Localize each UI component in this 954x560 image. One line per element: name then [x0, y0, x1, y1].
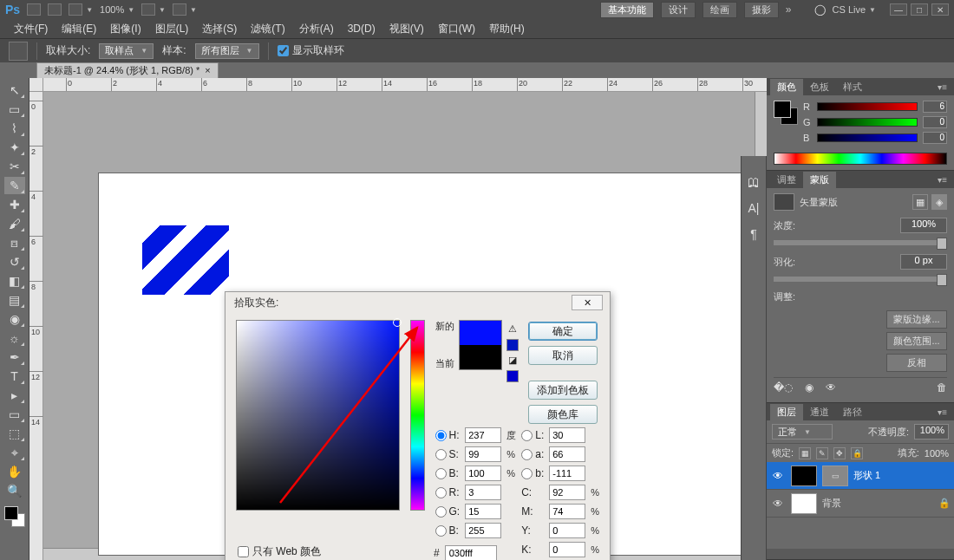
eraser-tool[interactable]: ◧ — [4, 272, 25, 290]
zoom-menu[interactable]: 100% — [100, 4, 134, 15]
quickselect-tool[interactable]: ✦ — [4, 139, 25, 156]
menu-select[interactable]: 选择(S) — [197, 20, 242, 38]
gradient-tool[interactable]: ▤ — [4, 291, 25, 309]
extras-menu[interactable] — [173, 3, 197, 16]
zoom-tool[interactable]: 🔍 — [4, 482, 25, 499]
delete-mask-icon[interactable]: 🗑 — [937, 381, 947, 394]
eyedropper-tool[interactable]: ✎ — [4, 177, 25, 194]
menu-help[interactable]: 帮助(H) — [484, 20, 530, 38]
h-radio[interactable]: H: — [435, 429, 461, 441]
minibridge-icon[interactable] — [48, 3, 62, 16]
panel-menu-icon[interactable]: ▾≡ — [934, 407, 951, 417]
dialog-titlebar[interactable]: 拾取实色: ✕ — [225, 292, 610, 313]
menu-file[interactable]: 文件(F) — [9, 20, 53, 38]
r-radio[interactable]: R: — [435, 486, 461, 498]
layer-thumbnail[interactable] — [791, 493, 817, 514]
cslive-icon[interactable]: ◯ — [814, 3, 826, 16]
density-value[interactable]: 100% — [900, 218, 947, 233]
history-brush-tool[interactable]: ↺ — [4, 253, 25, 270]
blab-radio[interactable]: b: — [521, 467, 544, 479]
bv-input[interactable] — [465, 466, 501, 481]
c-input[interactable] — [549, 485, 585, 500]
sample-size-select[interactable]: 取样点 — [99, 43, 154, 59]
healing-tool[interactable]: ✚ — [4, 196, 25, 213]
bc-radio[interactable]: B: — [435, 524, 461, 537]
feather-value[interactable]: 0 px — [900, 254, 947, 270]
workspace-painting[interactable]: 绘画 — [702, 2, 737, 18]
menu-analysis[interactable]: 分析(A) — [294, 20, 339, 38]
move-tool[interactable]: ↖ — [4, 81, 25, 99]
gamut-swatch[interactable] — [506, 339, 519, 351]
ruler-origin[interactable] — [29, 78, 43, 92]
menu-window[interactable]: 窗口(W) — [433, 20, 480, 38]
s-radio[interactable]: S: — [435, 448, 461, 460]
color-library-button[interactable]: 颜色库 — [528, 405, 598, 424]
sample-select[interactable]: 所有图层 — [195, 43, 259, 59]
k-input[interactable] — [549, 542, 585, 557]
workspace-design[interactable]: 设计 — [661, 2, 696, 18]
fill-value[interactable]: 100% — [925, 448, 949, 459]
r-value[interactable]: 6 — [923, 101, 947, 113]
websafe-swatch[interactable] — [506, 370, 519, 382]
marquee-tool[interactable]: ▭ — [4, 101, 25, 118]
layer-row[interactable]: 👁 背景 🔒 — [767, 490, 954, 518]
lock-transparent-icon[interactable]: ▦ — [799, 447, 811, 459]
pen-tool[interactable]: ✒ — [4, 348, 25, 366]
m-input[interactable] — [549, 504, 585, 519]
document-tab[interactable]: 未标题-1 @ 24.4% (形状 1, RGB/8) * × — [36, 62, 219, 79]
character-icon[interactable]: A| — [745, 199, 762, 217]
brush-tool[interactable]: 🖌 — [4, 215, 25, 232]
tab-swatches[interactable]: 色板 — [803, 79, 836, 95]
layer-thumbnail[interactable] — [791, 466, 817, 486]
visibility-icon[interactable]: 👁 — [770, 470, 786, 482]
menu-edit[interactable]: 编辑(E) — [56, 20, 101, 38]
stamp-tool[interactable]: ⧈ — [4, 234, 25, 251]
hue-slider[interactable] — [410, 320, 424, 511]
y-input[interactable] — [549, 523, 585, 538]
visibility-icon[interactable]: 👁 — [770, 498, 786, 510]
tab-layers[interactable]: 图层 — [770, 404, 803, 420]
toggle-mask-icon[interactable]: 👁 — [826, 381, 836, 394]
window-close[interactable]: ✕ — [931, 3, 949, 16]
dodge-tool[interactable]: ☼ — [4, 329, 25, 347]
tab-adjustments[interactable]: 调整 — [770, 172, 803, 188]
window-minimize[interactable]: — — [890, 3, 907, 16]
apply-mask-icon[interactable]: ◉ — [805, 381, 814, 394]
g-input[interactable] — [465, 504, 501, 519]
invert-button[interactable]: 反相 — [886, 354, 947, 372]
menu-filter[interactable]: 滤镜(T) — [245, 20, 290, 38]
3d-camera-tool[interactable]: ⌖ — [4, 444, 25, 461]
l-input[interactable] — [549, 427, 585, 443]
tab-styles[interactable]: 样式 — [836, 79, 869, 95]
b-value[interactable]: 0 — [923, 132, 947, 144]
vector-mask-thumbnail[interactable]: ▭ — [822, 466, 848, 486]
workspace-photography[interactable]: 摄影 — [744, 2, 779, 18]
menu-view[interactable]: 视图(V) — [384, 20, 429, 38]
panel-menu-icon[interactable]: ▾≡ — [934, 82, 951, 92]
menu-image[interactable]: 图像(I) — [105, 20, 146, 38]
cancel-button[interactable]: 取消 — [528, 346, 598, 365]
window-maximize[interactable]: □ — [911, 3, 928, 16]
3d-tool[interactable]: ⬚ — [4, 425, 25, 442]
bc-input[interactable] — [465, 523, 501, 538]
mask-edge-button[interactable]: 蒙版边缘... — [886, 310, 947, 329]
lasso-tool[interactable]: ⌇ — [4, 120, 25, 137]
menu-3d[interactable]: 3D(D) — [343, 21, 381, 36]
bv-radio[interactable]: B: — [435, 467, 461, 479]
fg-swatch[interactable] — [4, 506, 18, 520]
path-select-tool[interactable]: ▸ — [4, 387, 25, 404]
tool-preset-icon[interactable] — [9, 42, 28, 61]
panel-menu-icon[interactable]: ▾≡ — [934, 175, 951, 185]
mask-thumbnail[interactable] — [774, 193, 794, 211]
feather-slider[interactable] — [774, 277, 947, 282]
show-sample-ring-checkbox[interactable]: 显示取样环 — [278, 43, 344, 58]
history-icon[interactable]: 🕮 — [745, 173, 762, 191]
g-radio[interactable]: G: — [435, 505, 461, 518]
layer-row[interactable]: 👁 ▭ 形状 1 — [767, 462, 954, 490]
cslive-menu[interactable]: CS Live — [833, 4, 876, 15]
spectrum-ramp[interactable] — [774, 153, 947, 165]
blend-mode-select[interactable]: 正常 — [772, 424, 833, 440]
ok-button[interactable]: 确定 — [528, 322, 598, 341]
load-selection-icon[interactable]: �◌ — [774, 381, 793, 394]
color-swatches[interactable] — [4, 506, 25, 527]
